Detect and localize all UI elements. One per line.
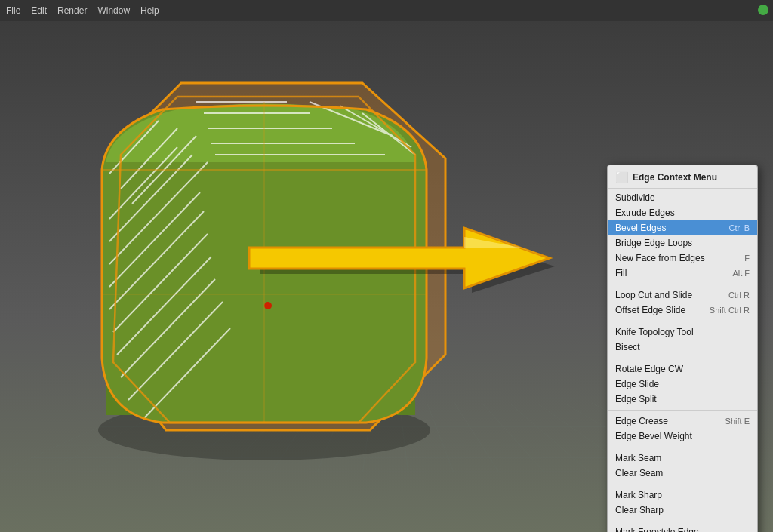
topbar-window[interactable]: Window	[97, 5, 130, 16]
svg-point-27	[264, 302, 272, 309]
menu-separator	[608, 447, 757, 447]
menu-item-offset-edge-slide[interactable]: Offset Edge SlideShift Ctrl R	[608, 303, 757, 318]
menu-item-knife-topology-tool[interactable]: Knife Topology Tool	[608, 324, 757, 340]
topbar: File Edit Render Window Help	[0, 0, 773, 21]
menu-item-shortcut: Alt F	[732, 269, 750, 278]
menu-item-label: Mark Sharp	[615, 490, 662, 500]
menu-item-new-face-from-edges[interactable]: New Face from EdgesF	[608, 251, 757, 266]
menu-item-label: Bridge Edge Loops	[615, 238, 692, 248]
menu-item-edge-split[interactable]: Edge Split	[608, 392, 757, 407]
menu-item-bevel-edges[interactable]: Bevel EdgesCtrl B	[608, 220, 757, 235]
menu-item-mark-sharp[interactable]: Mark Sharp	[608, 487, 757, 503]
menu-item-bridge-edge-loops[interactable]: Bridge Edge Loops	[608, 235, 757, 251]
menu-separator	[608, 358, 757, 358]
menu-separator	[608, 410, 757, 411]
menu-item-label: Loop Cut and Slide	[615, 290, 692, 300]
menu-separator	[608, 484, 757, 484]
menu-item-edge-crease[interactable]: Edge CreaseShift E	[608, 414, 757, 429]
menu-item-label: Clear Sharp	[615, 505, 664, 515]
menu-item-label: Edge Bevel Weight	[615, 431, 692, 441]
menu-item-label: Fill	[615, 268, 627, 278]
topbar-edit[interactable]: Edit	[31, 5, 47, 16]
menu-item-rotate-edge-cw[interactable]: Rotate Edge CW	[608, 361, 757, 377]
menu-item-mark-freestyle-edge[interactable]: Mark Freestyle Edge	[608, 524, 757, 532]
menu-item-label: Edge Slide	[615, 379, 659, 389]
menu-item-edge-bevel-weight[interactable]: Edge Bevel Weight	[608, 429, 757, 444]
menu-item-label: Subdivide	[615, 192, 655, 203]
menu-item-subdivide[interactable]: Subdivide	[608, 190, 757, 205]
context-menu-header: ⬜ Edge Context Menu	[608, 168, 757, 189]
menu-item-label: Rotate Edge CW	[615, 364, 683, 374]
menu-items-list: SubdivideExtrude EdgesBevel EdgesCtrl BB…	[608, 190, 757, 532]
menu-separator	[608, 521, 757, 521]
cube-scene	[45, 38, 483, 475]
menu-item-label: Bisect	[615, 342, 640, 352]
menu-item-label: Edge Split	[615, 394, 657, 404]
arrow	[234, 204, 559, 294]
menu-item-label: Mark Freestyle Edge	[615, 527, 699, 532]
menu-item-label: New Face from Edges	[615, 253, 705, 263]
context-menu-icon: ⬜	[615, 171, 628, 183]
menu-item-label: Knife Topology Tool	[615, 327, 694, 337]
menu-item-clear-seam[interactable]: Clear Seam	[608, 466, 757, 481]
status-indicator	[758, 5, 768, 15]
menu-item-clear-sharp[interactable]: Clear Sharp	[608, 503, 757, 518]
menu-separator	[608, 284, 757, 284]
menu-separator	[608, 321, 757, 321]
menu-item-bisect[interactable]: Bisect	[608, 340, 757, 355]
context-menu: ⬜ Edge Context Menu SubdivideExtrude Edg…	[607, 165, 758, 532]
menu-item-shortcut: F	[744, 254, 750, 263]
menu-item-label: Mark Seam	[615, 453, 661, 463]
menu-item-loop-cut-and-slide[interactable]: Loop Cut and SlideCtrl R	[608, 288, 757, 303]
menu-item-label: Clear Seam	[615, 468, 663, 478]
menu-item-shortcut: Ctrl B	[729, 223, 750, 232]
menu-item-fill[interactable]: FillAlt F	[608, 266, 757, 281]
topbar-file[interactable]: File	[6, 5, 20, 16]
menu-item-label: Offset Edge Slide	[615, 305, 685, 315]
menu-item-shortcut: Shift E	[725, 417, 750, 426]
menu-item-shortcut: Shift Ctrl R	[710, 306, 750, 315]
menu-item-label: Bevel Edges	[615, 223, 666, 233]
menu-item-extrude-edges[interactable]: Extrude Edges	[608, 205, 757, 220]
menu-item-shortcut: Ctrl R	[728, 291, 750, 300]
menu-item-label: Extrude Edges	[615, 208, 675, 218]
menu-item-label: Edge Crease	[615, 416, 668, 426]
topbar-render[interactable]: Render	[57, 5, 87, 16]
menu-item-mark-seam[interactable]: Mark Seam	[608, 451, 757, 466]
context-menu-title: Edge Context Menu	[633, 172, 717, 183]
menu-item-edge-slide[interactable]: Edge Slide	[608, 377, 757, 392]
topbar-help[interactable]: Help	[140, 5, 159, 16]
